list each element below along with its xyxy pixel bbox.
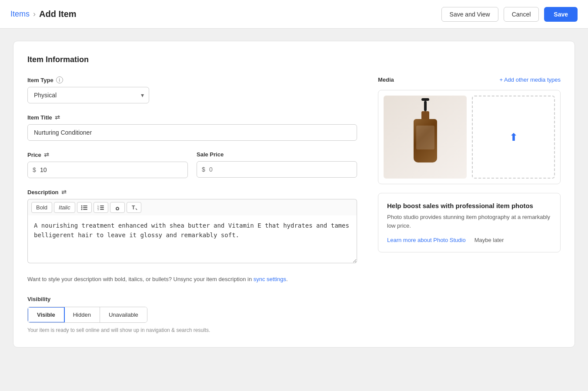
link-button[interactable] bbox=[110, 202, 125, 213]
media-section: Media + Add other media types bbox=[378, 76, 561, 184]
description-toolbar: Bold Italic 1.2.3. T bbox=[27, 199, 357, 215]
sync-settings-link[interactable]: sync settings bbox=[254, 276, 286, 282]
sale-price-input-wrapper: $ bbox=[197, 161, 357, 178]
description-textarea[interactable]: A nourishing treatment enhanced with she… bbox=[27, 215, 357, 263]
item-form-card: Item Information Item Type i Physical Di… bbox=[13, 41, 575, 348]
save-button[interactable]: Save bbox=[544, 7, 578, 22]
bold-button[interactable]: Bold bbox=[31, 202, 52, 213]
bullet-list-button[interactable] bbox=[77, 202, 92, 213]
maybe-later-button[interactable]: Maybe later bbox=[474, 237, 504, 243]
upload-icon: ⬆ bbox=[509, 131, 518, 143]
text-style-button[interactable]: T bbox=[127, 202, 141, 213]
hidden-button[interactable]: Hidden bbox=[64, 307, 100, 322]
price-field: Price ⇄ $ bbox=[27, 151, 188, 178]
visible-button[interactable]: Visible bbox=[27, 307, 65, 323]
svg-point-2 bbox=[81, 207, 82, 208]
visibility-label: Visibility bbox=[27, 296, 357, 302]
learn-more-photo-studio-link[interactable]: Learn more about Photo Studio bbox=[387, 237, 466, 243]
item-type-select[interactable]: Physical Digital Service bbox=[27, 87, 149, 103]
save-and-view-button[interactable]: Save and View bbox=[441, 7, 498, 22]
product-image[interactable] bbox=[384, 96, 467, 179]
item-type-field: Item Type i Physical Digital Service ▾ bbox=[27, 76, 357, 103]
bottle-neck bbox=[421, 111, 429, 119]
form-layout: Item Type i Physical Digital Service ▾ bbox=[27, 76, 561, 333]
price-input[interactable] bbox=[27, 162, 188, 178]
unavailable-button[interactable]: Unavailable bbox=[100, 307, 147, 322]
visibility-buttons: Visible Hidden Unavailable bbox=[27, 307, 147, 323]
breadcrumb-separator: › bbox=[33, 10, 36, 19]
page-title: Add Item bbox=[39, 9, 77, 19]
header-actions: Save and View Cancel Save bbox=[441, 7, 578, 22]
description-hint: Want to style your description with bold… bbox=[27, 275, 357, 284]
bottle-icon bbox=[412, 111, 438, 163]
media-upload-box[interactable]: ⬆ bbox=[472, 96, 555, 179]
visibility-hint: Your item is ready to sell online and wi… bbox=[27, 327, 357, 333]
photo-studio-card: Help boost sales with professional item … bbox=[378, 193, 561, 252]
ordered-list-button[interactable]: 1.2.3. bbox=[94, 202, 108, 213]
svg-rect-1 bbox=[83, 205, 87, 206]
price-input-wrapper: $ bbox=[27, 162, 188, 178]
sale-price-currency-symbol: $ bbox=[202, 166, 205, 173]
price-label: Price ⇄ bbox=[27, 151, 188, 158]
bottle-pump-head bbox=[421, 98, 429, 101]
description-field: Description ⇄ Bold Italic 1.2.3. bbox=[27, 189, 357, 265]
bottle-label bbox=[416, 126, 434, 149]
media-title: Media bbox=[378, 76, 394, 83]
item-type-label: Item Type i bbox=[27, 76, 357, 83]
header-left: Items › Add Item bbox=[10, 9, 77, 19]
media-header: Media + Add other media types bbox=[378, 76, 561, 83]
item-type-info-icon[interactable]: i bbox=[56, 76, 63, 83]
sync-icon[interactable]: ⇄ bbox=[55, 114, 60, 121]
bottle-pump bbox=[424, 101, 427, 111]
item-type-select-wrapper: Physical Digital Service ▾ bbox=[27, 87, 149, 103]
price-sync-icon[interactable]: ⇄ bbox=[44, 151, 49, 158]
svg-rect-7 bbox=[100, 205, 104, 206]
item-title-field: Item Title ⇄ bbox=[27, 114, 357, 141]
svg-point-0 bbox=[81, 205, 82, 206]
header: Items › Add Item Save and View Cancel Sa… bbox=[0, 0, 588, 29]
card-title: Item Information bbox=[27, 55, 561, 64]
sale-price-label: Sale Price bbox=[197, 151, 357, 158]
form-left: Item Type i Physical Digital Service ▾ bbox=[27, 76, 357, 333]
svg-rect-11 bbox=[100, 209, 104, 210]
photo-studio-actions: Learn more about Photo Studio Maybe late… bbox=[387, 237, 551, 243]
svg-point-4 bbox=[81, 209, 82, 210]
sale-price-field: Sale Price $ bbox=[197, 151, 357, 178]
description-sync-icon[interactable]: ⇄ bbox=[61, 189, 67, 196]
add-other-media-link[interactable]: + Add other media types bbox=[499, 76, 561, 83]
svg-rect-9 bbox=[100, 207, 104, 208]
photo-studio-title: Help boost sales with professional item … bbox=[387, 202, 551, 209]
sale-price-input[interactable] bbox=[197, 161, 357, 178]
svg-line-13 bbox=[136, 209, 137, 210]
price-currency-symbol: $ bbox=[33, 166, 36, 173]
item-title-label: Item Title ⇄ bbox=[27, 114, 357, 121]
form-right: Media + Add other media types bbox=[378, 76, 561, 333]
product-image-visual bbox=[384, 96, 467, 179]
svg-text:3.: 3. bbox=[97, 208, 99, 211]
price-row: Price ⇄ $ Sale Price $ bbox=[27, 151, 357, 189]
media-grid: ⬆ bbox=[378, 90, 561, 184]
svg-text:T: T bbox=[132, 205, 135, 211]
description-label: Description ⇄ bbox=[27, 189, 357, 196]
bottle-body bbox=[414, 119, 437, 162]
svg-rect-3 bbox=[83, 207, 87, 208]
cancel-button[interactable]: Cancel bbox=[504, 7, 539, 22]
italic-button[interactable]: Italic bbox=[54, 202, 75, 213]
breadcrumb-items-link[interactable]: Items bbox=[10, 10, 30, 19]
item-title-input[interactable] bbox=[27, 124, 357, 141]
svg-rect-5 bbox=[83, 209, 87, 210]
photo-studio-description: Photo studio provides stunning item phot… bbox=[387, 213, 551, 230]
visibility-section: Visibility Visible Hidden Unavailable Yo… bbox=[27, 296, 357, 333]
main-content: Item Information Item Type i Physical Di… bbox=[0, 29, 588, 360]
